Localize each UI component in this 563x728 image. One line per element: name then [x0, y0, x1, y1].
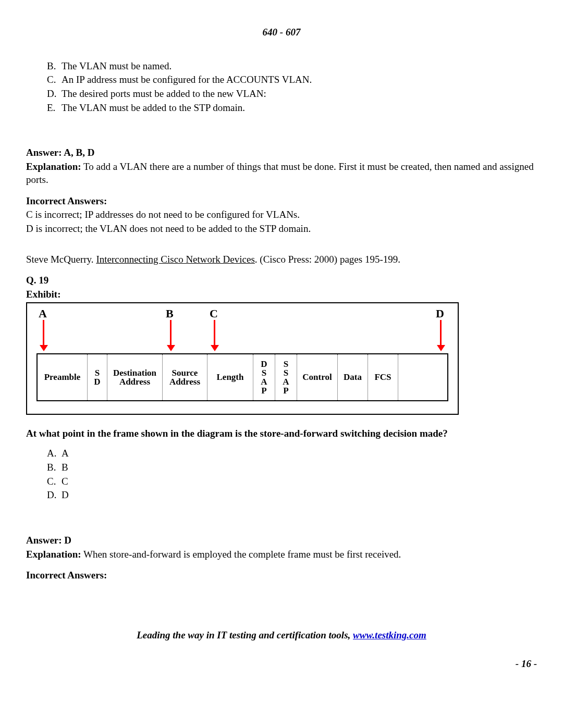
option-letter: C. — [47, 73, 62, 87]
answer-line: Answer: A, B, D — [26, 146, 537, 159]
footer-text: Leading the way in IT testing and certif… — [137, 630, 353, 640]
option-text: The desired ports must be added to the n… — [62, 88, 266, 101]
q19-option-d: D. D — [47, 489, 537, 502]
option-text: The VLAN must be added to the STP domain… — [62, 102, 245, 115]
frame-cell-length: Length — [207, 354, 253, 400]
exhibit-diagram: A B C D Preamble SD DestinationAddress S… — [26, 302, 459, 415]
option-text: A — [62, 447, 69, 460]
explanation-label-2: Explanation: — [26, 549, 81, 560]
arrow-c-icon — [211, 320, 218, 351]
frame-cell-data: Data — [338, 354, 368, 400]
reference-author: Steve McQuerry. — [26, 254, 96, 265]
arrow-b-icon — [167, 320, 174, 351]
frame-cell-ssap: SSAP — [275, 354, 297, 400]
q19-options-list: A. A B. B C. C D. D — [47, 447, 537, 502]
arrow-row: A B C D — [36, 309, 448, 353]
explanation-line: Explanation: To add a VLAN there are a n… — [26, 161, 537, 186]
option-letter: E. — [47, 102, 62, 115]
option-letter: D. — [47, 88, 62, 101]
arrow-label-b: B — [166, 306, 174, 322]
option-text: An IP address must be configured for the… — [62, 73, 312, 87]
footer-link[interactable]: www.testking.com — [353, 630, 426, 640]
explanation-text: To add a VLAN there are a number of thin… — [26, 161, 534, 185]
option-letter: A. — [47, 447, 62, 460]
option-letter: B. — [47, 60, 62, 73]
arrow-label-c: C — [210, 306, 218, 322]
frame-cell-sd: SD — [88, 354, 107, 400]
explanation-line-2: Explanation: When store-and-forward is e… — [26, 548, 537, 561]
option-d: D. The desired ports must be added to th… — [47, 88, 537, 101]
incorrect-line-2: D is incorrect; the VLAN does not need t… — [26, 223, 537, 236]
option-e: E. The VLAN must be added to the STP dom… — [47, 102, 537, 115]
option-letter: C. — [47, 475, 62, 488]
frame-cell-empty — [398, 354, 447, 400]
option-letter: D. — [47, 489, 62, 502]
option-letter: B. — [47, 461, 62, 474]
frame-cell-src: SourceAddress — [163, 354, 207, 400]
exhibit-label: Exhibit: — [26, 288, 537, 301]
q19-option-c: C. C — [47, 475, 537, 488]
q19-option-a: A. A — [47, 447, 537, 460]
explanation-label: Explanation: — [26, 161, 81, 172]
arrow-label-a: A — [39, 306, 47, 322]
option-text: D — [62, 489, 69, 502]
frame-cell-dest: DestinationAddress — [107, 354, 163, 400]
incorrect-answers-label-2: Incorrect Answers: — [26, 569, 537, 582]
option-text: The VLAN must be named. — [62, 60, 172, 73]
top-options-list: B. The VLAN must be named. C. An IP addr… — [47, 60, 537, 115]
option-b: B. The VLAN must be named. — [47, 60, 537, 73]
page-number: - 16 - — [26, 658, 537, 671]
reference-line: Steve McQuerry. Interconnecting Cisco Ne… — [26, 253, 537, 266]
option-text: C — [62, 475, 68, 488]
reference-post: . (Cisco Press: 2000) pages 195-199. — [255, 254, 400, 265]
frame-cell-fcs: FCS — [368, 354, 398, 400]
arrow-a-icon — [40, 320, 47, 351]
frame-table: Preamble SD DestinationAddress SourceAdd… — [36, 353, 448, 401]
arrow-label-d: D — [436, 306, 444, 322]
explanation-text-2: When store-and-forward is employed the c… — [81, 549, 401, 560]
arrow-d-icon — [437, 320, 444, 351]
answer-line-2: Answer: D — [26, 534, 537, 547]
incorrect-line-1: C is incorrect; IP addresses do not need… — [26, 208, 537, 221]
incorrect-answers-label: Incorrect Answers: — [26, 195, 537, 208]
frame-cell-dsap: DSAP — [253, 354, 275, 400]
question-number: Q. 19 — [26, 274, 537, 287]
frame-cell-preamble: Preamble — [38, 354, 88, 400]
option-text: B — [62, 461, 68, 474]
q19-option-b: B. B — [47, 461, 537, 474]
page-footer: Leading the way in IT testing and certif… — [26, 629, 537, 642]
frame-cell-control: Control — [297, 354, 338, 400]
reference-title: Interconnecting Cisco Network Devices — [96, 254, 254, 265]
option-c: C. An IP address must be configured for … — [47, 73, 537, 87]
question-text: At what point in the frame shown in the … — [26, 427, 537, 440]
page-header: 640 - 607 — [26, 26, 537, 39]
